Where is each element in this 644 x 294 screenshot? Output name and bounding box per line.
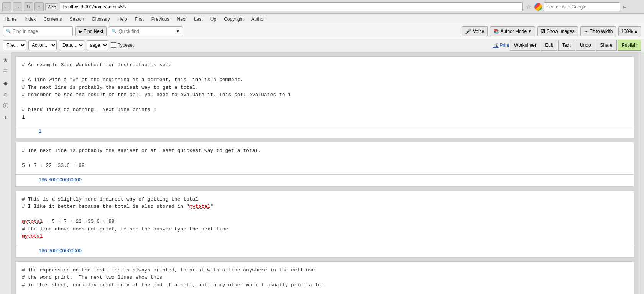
- print-icon: 🖨: [493, 42, 498, 48]
- search-area: ►: [534, 2, 642, 11]
- author-mode-label: Author Mode: [500, 29, 527, 34]
- text-button[interactable]: Text: [558, 40, 575, 51]
- search-input[interactable]: [544, 2, 620, 11]
- fit-to-width-label: Fit to Width: [590, 29, 613, 34]
- menu-contents[interactable]: Contents: [42, 16, 63, 23]
- quick-find-box: 🔍 ▼: [109, 26, 182, 36]
- menu-help[interactable]: Help: [116, 16, 129, 23]
- find-next-label: Find Next: [84, 29, 103, 34]
- undo-button[interactable]: Undo: [576, 40, 595, 51]
- reload-button[interactable]: ↻: [24, 2, 33, 11]
- web-badge: Web: [45, 3, 58, 10]
- cell-group-2: # The next line is probably the easiest …: [15, 142, 634, 187]
- toolbar-row-2: File... Action... Data... sage Typeset 🖨…: [0, 38, 644, 52]
- bookmark-star[interactable]: ☆: [524, 3, 533, 10]
- output-value-1: 1: [31, 128, 628, 134]
- menu-search[interactable]: Search: [68, 16, 85, 23]
- quick-find-icon: 🔍: [112, 29, 117, 34]
- toolbar-row-1: 🔍 ▶ Find Next 🔍 ▼ 🎤 Voice 📚 Author Mode …: [0, 24, 644, 38]
- menu-previous[interactable]: Previous: [150, 16, 171, 23]
- menu-bar: Home Index Contents Search Glossary Help…: [0, 14, 644, 24]
- print-label: Print: [499, 42, 509, 48]
- show-images-icon: 🖼: [541, 29, 545, 34]
- cell-group-1: # An example Sage Worksheet for Instruct…: [15, 56, 634, 138]
- find-in-page-input[interactable]: [13, 29, 70, 34]
- back-button[interactable]: ←: [2, 2, 12, 11]
- content-area: # An example Sage Worksheet for Instruct…: [12, 52, 638, 294]
- menu-up[interactable]: Up: [209, 16, 218, 23]
- print-button[interactable]: 🖨 Print: [493, 42, 509, 48]
- left-sidebar: ★ ☰ ◆ ☺ ⓘ +: [0, 52, 12, 294]
- forward-button[interactable]: →: [13, 2, 22, 11]
- menu-last[interactable]: Last: [192, 16, 204, 23]
- sage-input-3[interactable]: # This is a slightly more indirect way o…: [16, 191, 634, 245]
- menu-copyright[interactable]: Copyright: [222, 16, 245, 23]
- sage-select[interactable]: sage: [87, 40, 108, 50]
- find-icon: 🔍: [6, 29, 11, 34]
- show-images-label: Show Images: [547, 29, 575, 34]
- share-button[interactable]: Share: [596, 40, 617, 51]
- typeset-checkbox[interactable]: [111, 42, 116, 48]
- menu-author[interactable]: Author: [250, 16, 266, 23]
- sage-input-1[interactable]: # An example Sage Worksheet for Instruct…: [16, 57, 634, 126]
- sage-output-3: 166.600000000000: [15, 245, 634, 258]
- sage-output-2: 166.600000000000: [15, 175, 634, 187]
- worksheet-button[interactable]: Worksheet: [510, 40, 540, 51]
- cell-group-4: # The expression on the last line is alw…: [15, 261, 634, 294]
- address-input[interactable]: [60, 2, 523, 11]
- author-mode-icon: 📚: [493, 29, 499, 34]
- home-button[interactable]: ⌂: [34, 2, 44, 11]
- typeset-label-text: Typeset: [118, 42, 134, 48]
- sidebar-icon-person[interactable]: ☺: [1, 90, 10, 99]
- data-select[interactable]: Data...: [59, 40, 84, 50]
- sage-cell-2[interactable]: # The next line is probably the easiest …: [15, 142, 634, 175]
- typeset-checkbox-label[interactable]: Typeset: [111, 42, 134, 48]
- file-select[interactable]: File...: [3, 40, 26, 50]
- menu-next[interactable]: Next: [175, 16, 188, 23]
- menu-glossary[interactable]: Glossary: [90, 16, 111, 23]
- output-value-2: 166.600000000000: [31, 177, 628, 183]
- zoom-label: 100%: [621, 29, 633, 34]
- menu-first[interactable]: First: [133, 16, 145, 23]
- sage-cell-3[interactable]: # This is a slightly more indirect way o…: [15, 191, 634, 245]
- sidebar-icon-add[interactable]: +: [1, 113, 10, 122]
- find-next-icon: ▶: [79, 29, 82, 34]
- search-submit-button[interactable]: ►: [622, 4, 627, 10]
- quick-find-input[interactable]: [118, 29, 176, 34]
- voice-label: Voice: [473, 29, 484, 34]
- edit-button[interactable]: Edit: [541, 40, 557, 51]
- action-select[interactable]: Action...: [28, 40, 57, 50]
- right-scrollbar[interactable]: [638, 52, 644, 294]
- author-mode-dropdown[interactable]: 📚 Author Mode ▼: [490, 26, 535, 36]
- sidebar-icon-star[interactable]: ★: [1, 56, 10, 65]
- sage-cell-1[interactable]: # An example Sage Worksheet for Instruct…: [15, 56, 634, 126]
- menu-index[interactable]: Index: [23, 16, 37, 23]
- zoom-button[interactable]: 100% ▲: [618, 26, 641, 36]
- find-next-button[interactable]: ▶ Find Next: [75, 26, 107, 36]
- sage-input-4[interactable]: # The expression on the last line is alw…: [16, 262, 634, 294]
- sage-input-2[interactable]: # The next line is probably the easiest …: [16, 142, 634, 174]
- mic-icon: 🎤: [465, 28, 472, 34]
- nav-bar: ← → ↻ ⌂ Web ☆ ►: [0, 0, 644, 14]
- sidebar-icon-menu[interactable]: ☰: [1, 67, 10, 76]
- quick-find-arrow[interactable]: ▼: [176, 29, 180, 33]
- zoom-arrow: ▲: [634, 29, 638, 34]
- voice-button[interactable]: 🎤 Voice: [462, 26, 488, 36]
- sage-output-1: 1: [15, 126, 634, 138]
- action-buttons: 🖨 Print Worksheet Edit Text Undo Share P…: [493, 40, 641, 51]
- show-images-dropdown[interactable]: 🖼 Show Images: [537, 26, 578, 36]
- sidebar-icon-diamond[interactable]: ◆: [1, 78, 10, 88]
- output-value-3: 166.600000000000: [31, 248, 628, 253]
- sidebar-icon-info[interactable]: ⓘ: [1, 101, 10, 111]
- sage-cell-4[interactable]: # The expression on the last line is alw…: [15, 261, 634, 294]
- author-mode-arrow: ▼: [528, 29, 532, 33]
- cell-group-3: # This is a slightly more indirect way o…: [15, 191, 634, 258]
- publish-button[interactable]: Publish: [618, 40, 641, 51]
- google-icon: [534, 3, 542, 11]
- main-layout: ★ ☰ ◆ ☺ ⓘ + # An example Sage Worksheet …: [0, 52, 644, 294]
- menu-home[interactable]: Home: [3, 16, 18, 23]
- browser-chrome: ← → ↻ ⌂ Web ☆ ► Home Index Contents Sear…: [0, 0, 644, 52]
- address-bar: Web ☆: [45, 2, 533, 11]
- find-in-page-box: 🔍: [3, 26, 73, 36]
- fit-to-width-dropdown[interactable]: ↔ Fit to Width: [580, 26, 616, 36]
